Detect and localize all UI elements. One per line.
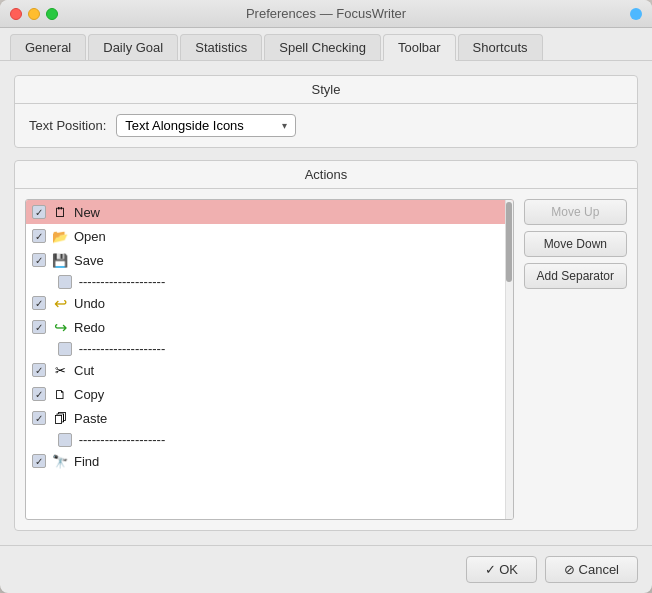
list-item[interactable]: 🗍 Paste: [26, 406, 513, 430]
tab-daily-goal[interactable]: Daily Goal: [88, 34, 178, 60]
text-position-label: Text Position:: [29, 118, 106, 133]
list-item[interactable]: 🗋 Copy: [26, 382, 513, 406]
actions-heading: Actions: [15, 161, 637, 189]
list-item[interactable]: ↪ Redo: [26, 315, 513, 339]
action-label: Cut: [74, 363, 94, 378]
dropdown-value: Text Alongside Icons: [125, 118, 276, 133]
style-heading: Style: [15, 76, 637, 104]
tab-toolbar[interactable]: Toolbar: [383, 34, 456, 61]
style-section: Style Text Position: Text Alongside Icon…: [14, 75, 638, 148]
action-checkbox[interactable]: [32, 363, 46, 377]
list-item[interactable]: --------------------: [26, 339, 513, 358]
action-label: Redo: [74, 320, 105, 335]
action-label: Copy: [74, 387, 104, 402]
window-title: Preferences — FocusWriter: [246, 6, 406, 21]
action-checkbox[interactable]: [58, 275, 72, 289]
action-checkbox[interactable]: [32, 296, 46, 310]
tab-statistics[interactable]: Statistics: [180, 34, 262, 60]
action-label: Open: [74, 229, 106, 244]
move-down-button[interactable]: Move Down: [524, 231, 627, 257]
scrollbar-thumb[interactable]: [506, 202, 512, 282]
tab-spell-checking[interactable]: Spell Checking: [264, 34, 381, 60]
action-label: Save: [74, 253, 104, 268]
minimize-button[interactable]: [28, 8, 40, 20]
list-item[interactable]: --------------------: [26, 272, 513, 291]
cut-icon: ✂: [52, 362, 68, 378]
close-button[interactable]: [10, 8, 22, 20]
list-item[interactable]: --------------------: [26, 430, 513, 449]
tab-general[interactable]: General: [10, 34, 86, 60]
actions-section: Actions 🗒 New 📂 Ope: [14, 160, 638, 531]
action-checkbox[interactable]: [58, 433, 72, 447]
status-indicator: [630, 8, 642, 20]
list-item[interactable]: 🗒 New: [26, 200, 513, 224]
scrollbar-track[interactable]: [505, 200, 513, 519]
list-item[interactable]: ✂ Cut: [26, 358, 513, 382]
ok-button[interactable]: ✓ OK: [466, 556, 537, 583]
action-checkbox[interactable]: [32, 387, 46, 401]
tabs-bar: General Daily Goal Statistics Spell Chec…: [0, 28, 652, 61]
action-checkbox[interactable]: [32, 205, 46, 219]
footer: ✓ OK ⊘ Cancel: [0, 545, 652, 593]
action-label: Paste: [74, 411, 107, 426]
redo-icon: ↪: [52, 319, 68, 335]
maximize-button[interactable]: [46, 8, 58, 20]
action-checkbox[interactable]: [58, 342, 72, 356]
actions-inner: 🗒 New 📂 Open 💾 Save: [15, 189, 637, 530]
text-position-dropdown[interactable]: Text Alongside Icons ▾: [116, 114, 296, 137]
preferences-window: Preferences — FocusWriter General Daily …: [0, 0, 652, 593]
actions-list: 🗒 New 📂 Open 💾 Save: [26, 200, 513, 473]
tab-shortcuts[interactable]: Shortcuts: [458, 34, 543, 60]
style-body: Text Position: Text Alongside Icons ▾: [15, 104, 637, 147]
titlebar: Preferences — FocusWriter: [0, 0, 652, 28]
open-icon: 📂: [52, 228, 68, 244]
action-buttons: Move Up Move Down Add Separator: [524, 199, 627, 520]
add-separator-button[interactable]: Add Separator: [524, 263, 627, 289]
undo-icon: ↩: [52, 295, 68, 311]
separator-label: --------------------: [79, 274, 166, 289]
move-up-button[interactable]: Move Up: [524, 199, 627, 225]
find-icon: 🔭: [52, 453, 68, 469]
action-label: Find: [74, 454, 99, 469]
traffic-lights: [10, 8, 58, 20]
action-checkbox[interactable]: [32, 454, 46, 468]
action-checkbox[interactable]: [32, 229, 46, 243]
separator-label: --------------------: [79, 432, 166, 447]
copy-icon: 🗋: [52, 386, 68, 402]
action-checkbox[interactable]: [32, 320, 46, 334]
action-checkbox[interactable]: [32, 253, 46, 267]
action-checkbox[interactable]: [32, 411, 46, 425]
action-label: New: [74, 205, 100, 220]
save-icon: 💾: [52, 252, 68, 268]
list-item[interactable]: 🔭 Find: [26, 449, 513, 473]
paste-icon: 🗍: [52, 410, 68, 426]
actions-list-wrap: 🗒 New 📂 Open 💾 Save: [25, 199, 514, 520]
separator-label: --------------------: [79, 341, 166, 356]
chevron-down-icon: ▾: [282, 120, 287, 131]
cancel-button[interactable]: ⊘ Cancel: [545, 556, 638, 583]
list-item[interactable]: 📂 Open: [26, 224, 513, 248]
new-icon: 🗒: [52, 204, 68, 220]
list-item[interactable]: 💾 Save: [26, 248, 513, 272]
list-item[interactable]: ↩ Undo: [26, 291, 513, 315]
content-area: Style Text Position: Text Alongside Icon…: [0, 61, 652, 545]
action-label: Undo: [74, 296, 105, 311]
